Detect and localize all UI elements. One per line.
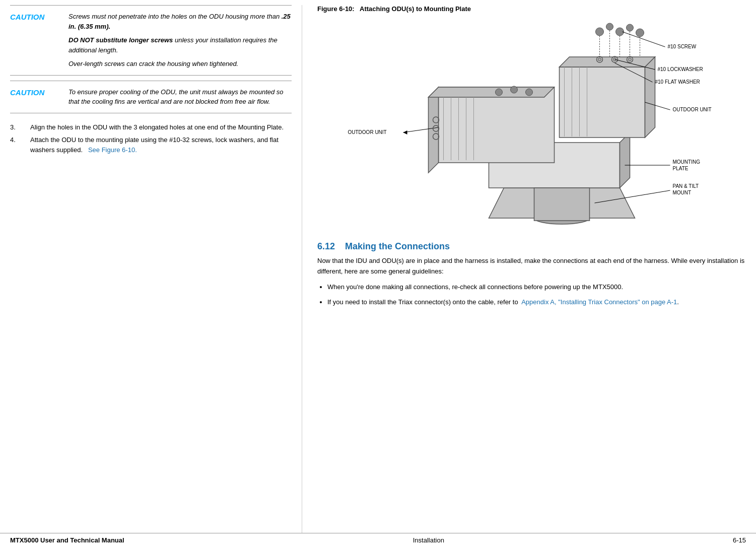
caution2-para1: To ensure proper cooling of the ODU, the… bbox=[68, 87, 292, 107]
svg-point-37 bbox=[496, 89, 503, 96]
caution1-text1: Screws must not penetrate into the holes… bbox=[68, 13, 282, 20]
caution-text-2: To ensure proper cooling of the ODU, the… bbox=[68, 87, 292, 107]
main-content: CAUTION Screws must not penetrate into t… bbox=[0, 0, 756, 533]
svg-point-32 bbox=[598, 58, 601, 61]
bullet2-text-after: . bbox=[677, 298, 679, 306]
steps-block: 3. Align the holes in the ODU with the 3… bbox=[10, 118, 292, 162]
diagram-svg: #10 SCREW #10 LOCKWASHER #10 FLAT WASHER… bbox=[317, 17, 746, 233]
svg-marker-6 bbox=[439, 87, 555, 163]
section-title: Making the Connections bbox=[345, 241, 450, 251]
left-column: CAUTION Screws must not penetrate into t… bbox=[0, 5, 302, 533]
footer-left: MTX5000 User and Technical Manual bbox=[10, 536, 124, 544]
caution-text-1: Screws must not penetrate into the holes… bbox=[68, 12, 292, 69]
svg-text:#10 FLAT WASHER: #10 FLAT WASHER bbox=[655, 79, 700, 85]
step-4: 4. Attach the ODU to the mounting plate … bbox=[10, 135, 292, 155]
bullet-list: When you're done making all connections,… bbox=[327, 282, 746, 308]
svg-point-38 bbox=[511, 86, 518, 93]
section-heading: 6.12 Making the Connections bbox=[317, 241, 746, 252]
svg-text:PAN & TILT: PAN & TILT bbox=[673, 183, 699, 189]
step3-text: Align the holes in the ODU with the 3 el… bbox=[30, 122, 292, 132]
step-3: 3. Align the holes in the ODU with the 3… bbox=[10, 122, 292, 132]
footer-product: MTX5000 bbox=[10, 536, 38, 544]
figure-container: #10 SCREW #10 LOCKWASHER #10 FLAT WASHER… bbox=[317, 17, 746, 233]
section-intro: Now that the IDU and ODU(s) are in place… bbox=[317, 256, 746, 277]
bullet2-link[interactable]: Appendix A, "Installing Triax Connectors… bbox=[521, 298, 677, 306]
svg-text:#10 LOCKWASHER: #10 LOCKWASHER bbox=[658, 66, 703, 72]
bullet-item-2: If you need to install the Triax connect… bbox=[327, 297, 746, 308]
svg-point-24 bbox=[627, 24, 634, 31]
caution2-text1: To ensure proper cooling of the ODU, the… bbox=[68, 88, 284, 106]
svg-point-21 bbox=[596, 28, 604, 36]
footer-right: 6-15 bbox=[733, 536, 746, 544]
caution1-para1: Screws must not penetrate into the holes… bbox=[68, 12, 292, 31]
svg-marker-8 bbox=[429, 87, 555, 97]
bullet2-text-before: If you need to install the Triax connect… bbox=[327, 298, 521, 306]
caution1-text3: Over-length screws can crack the housing… bbox=[68, 60, 238, 67]
caution-label-2: CAUTION bbox=[10, 87, 60, 97]
section-number: 6.12 bbox=[317, 241, 335, 251]
page: CAUTION Screws must not penetrate into t… bbox=[0, 0, 756, 547]
svg-text:OUTDOOR UNIT: OUTDOOR UNIT bbox=[673, 107, 712, 112]
svg-point-22 bbox=[606, 23, 613, 30]
figure-title: Figure 6-10: Attaching ODU(s) to Mountin… bbox=[317, 5, 746, 13]
caution1-para2: DO NOT substitute longer screws unless y… bbox=[68, 35, 292, 55]
caution-block-2: CAUTION To ensure proper cooling of the … bbox=[10, 81, 292, 113]
svg-text:#10 SCREW: #10 SCREW bbox=[668, 44, 697, 49]
footer-product-suffix: User and Technical Manual bbox=[40, 536, 124, 544]
right-column: Figure 6-10: Attaching ODU(s) to Mountin… bbox=[302, 5, 756, 533]
svg-text:MOUNT: MOUNT bbox=[673, 190, 692, 195]
footer: MTX5000 User and Technical Manual Instal… bbox=[0, 533, 756, 547]
svg-text:OUTDOOR UNIT: OUTDOOR UNIT bbox=[348, 129, 387, 135]
svg-text:MOUNTING: MOUNTING bbox=[673, 159, 701, 165]
step4-link[interactable]: See Figure 6-10. bbox=[88, 146, 137, 154]
step3-num: 3. bbox=[10, 122, 25, 132]
bullet-item-1: When you're done making all connections,… bbox=[327, 282, 746, 293]
step4-text: Attach the ODU to the mounting plate usi… bbox=[30, 135, 292, 155]
caution1-bold: DO NOT substitute longer screws bbox=[68, 36, 173, 44]
caution-label-1: CAUTION bbox=[10, 12, 60, 21]
svg-marker-15 bbox=[560, 57, 655, 67]
svg-text:PLATE: PLATE bbox=[673, 166, 689, 171]
caution-block-1: CAUTION Screws must not penetrate into t… bbox=[10, 5, 292, 76]
footer-center: Installation bbox=[413, 536, 444, 544]
svg-rect-5 bbox=[534, 188, 590, 221]
svg-point-36 bbox=[629, 58, 632, 61]
svg-point-25 bbox=[636, 29, 644, 37]
step4-num: 4. bbox=[10, 135, 25, 155]
svg-point-39 bbox=[526, 89, 533, 96]
svg-marker-3 bbox=[620, 132, 630, 188]
bullet1-text: When you're done making all connections,… bbox=[327, 283, 623, 291]
caution1-para3: Over-length screws can crack the housing… bbox=[68, 59, 292, 69]
